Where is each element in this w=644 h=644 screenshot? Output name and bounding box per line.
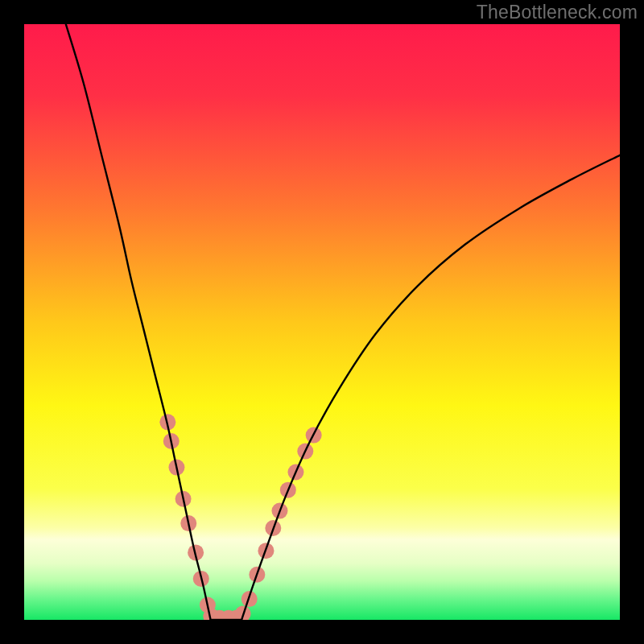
- plot-area: [24, 24, 620, 620]
- outer-frame: TheBottleneck.com: [0, 0, 644, 644]
- watermark-text: TheBottleneck.com: [477, 2, 638, 23]
- marker-group: [159, 414, 321, 620]
- v-curve: [66, 24, 620, 620]
- chart-svg: [24, 24, 620, 620]
